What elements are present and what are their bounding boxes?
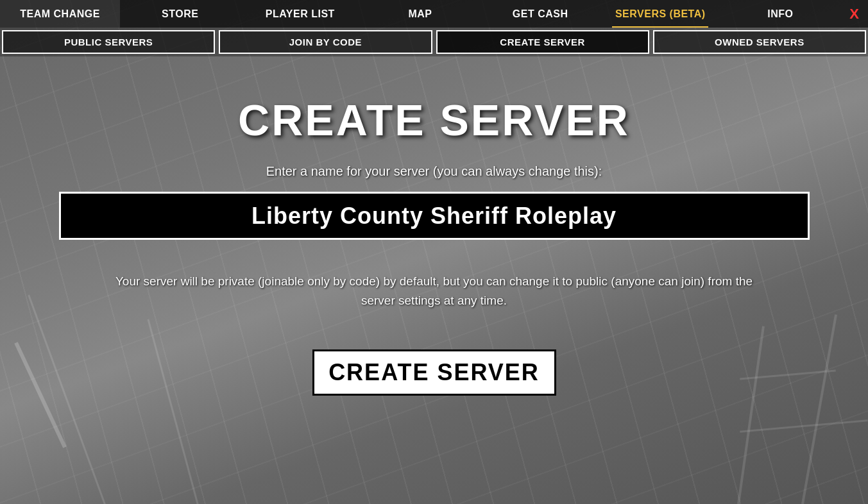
nav-item-player-list[interactable]: PLAYER LIST [240, 0, 360, 28]
close-button[interactable]: X [840, 0, 868, 28]
nav-item-map[interactable]: MAP [360, 0, 480, 28]
nav-item-store[interactable]: STORE [120, 0, 240, 28]
nav-item-servers-beta[interactable]: SERVERS (BETA) [600, 0, 720, 28]
privacy-notice: Your server will be private (joinable on… [107, 272, 762, 311]
page-title: CREATE SERVER [238, 95, 630, 145]
main-content: CREATE SERVER Enter a name for your serv… [0, 56, 868, 396]
server-name-subtitle: Enter a name for your server (you can al… [266, 164, 602, 179]
server-name-input[interactable] [59, 192, 810, 240]
tab-join-by-code[interactable]: JOIN BY CODE [219, 30, 432, 54]
tab-create-server[interactable]: CREATE SERVER [436, 30, 649, 54]
nav-item-get-cash[interactable]: GET CASH [481, 0, 600, 28]
top-navigation: TEAM CHANGESTOREPLAYER LISTMAPGET CASHSE… [0, 0, 868, 28]
create-server-button[interactable]: CREATE SERVER [312, 349, 556, 396]
nav-item-info[interactable]: INFO [720, 0, 840, 28]
tab-bar: PUBLIC SERVERSJOIN BY CODECREATE SERVERO… [0, 28, 868, 56]
nav-item-team-change[interactable]: TEAM CHANGE [0, 0, 120, 28]
tab-owned-servers[interactable]: OWNED SERVERS [653, 30, 866, 54]
tab-public-servers[interactable]: PUBLIC SERVERS [2, 30, 215, 54]
